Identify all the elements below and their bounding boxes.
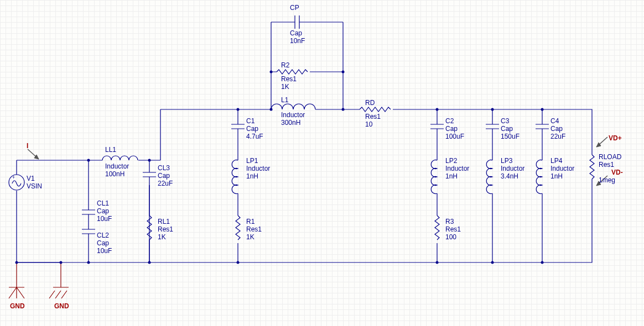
type-C4: Cap: [550, 125, 563, 133]
val-L1: 300nH: [281, 119, 300, 127]
svg-point-5: [148, 261, 151, 264]
val-LP3: 3.4nH: [501, 173, 518, 180]
type-C1: Cap: [246, 125, 258, 133]
val-LP2: 1nH: [445, 173, 458, 180]
val-LP4: 1nH: [550, 173, 563, 180]
net-vdplus: VD+: [609, 135, 622, 142]
capacitor-icon: [231, 116, 245, 138]
ref-RL1: RL1: [158, 218, 170, 225]
net-vdminus: VD-: [611, 169, 623, 176]
type-CL2: Cap: [97, 240, 109, 247]
inductor-icon: [271, 104, 315, 109]
schematic-canvas: +: [0, 0, 644, 326]
svg-point-3: [87, 261, 90, 264]
svg-point-0: [9, 175, 24, 190]
resistor-icon: [435, 215, 439, 240]
val-R3: 100: [445, 234, 456, 241]
net-gnd1: GND: [10, 303, 25, 310]
ref-RD: RD: [365, 99, 375, 107]
val-RLOAD: 1meg: [599, 177, 615, 184]
svg-point-8: [270, 108, 273, 111]
resistor-icon: [360, 107, 391, 112]
type-LP4: Inductor: [550, 165, 574, 172]
svg-text:+: +: [12, 175, 15, 180]
type-RL1: Res1: [158, 226, 173, 233]
ref-CL3: CL3: [158, 165, 170, 172]
type-CL1: Cap: [97, 208, 109, 215]
type-CL3: Cap: [158, 172, 170, 180]
type-R2: Res1: [281, 76, 297, 83]
ref-RLOAD: RLOAD: [599, 154, 621, 161]
ref-R1: R1: [246, 218, 255, 225]
type-R1: Res1: [246, 226, 262, 233]
svg-point-7: [237, 261, 240, 264]
svg-point-15: [491, 261, 494, 264]
type-LP1: Inductor: [246, 165, 270, 172]
val-CP: 10nF: [290, 38, 305, 45]
ref-R3: R3: [445, 218, 454, 225]
svg-point-2: [87, 159, 90, 162]
val-CL3: 22uF: [158, 180, 173, 187]
inductor-icon: [486, 160, 492, 194]
capacitor-icon: [82, 221, 95, 238]
svg-point-14: [491, 108, 494, 111]
schematic-svg: +: [0, 0, 644, 326]
svg-point-18: [60, 261, 63, 264]
capacitor-icon: [430, 116, 444, 138]
resistor-icon: [236, 215, 240, 240]
val-R2: 1K: [281, 83, 289, 91]
val-LL1: 100nH: [105, 171, 124, 178]
val-C1: 4.7uF: [246, 133, 263, 140]
svg-point-11: [342, 71, 345, 73]
ref-C3: C3: [501, 118, 509, 125]
svg-point-12: [436, 108, 439, 111]
type-CP: Cap: [290, 30, 302, 37]
val-C4: 22uF: [550, 133, 565, 140]
val-RD: 10: [365, 121, 372, 128]
ref-LL1: LL1: [105, 146, 116, 154]
val-C3: 150uF: [501, 133, 520, 140]
ref-V1: V1: [27, 175, 35, 182]
type-LP3: Inductor: [501, 165, 524, 172]
capacitor-icon: [288, 15, 307, 29]
inductor-icon: [232, 160, 238, 194]
val-CL1: 10uF: [97, 215, 112, 223]
type-RD: Res1: [365, 113, 381, 120]
resistor-icon: [590, 149, 594, 185]
val-V1: VSIN: [27, 183, 42, 190]
svg-point-13: [436, 261, 439, 264]
val-C2: 100uF: [445, 133, 464, 140]
capacitor-icon: [536, 116, 549, 138]
ref-LP2: LP2: [445, 157, 457, 165]
capacitor-icon: [486, 116, 499, 138]
ref-C2: C2: [445, 118, 454, 125]
ref-LP3: LP3: [501, 157, 512, 165]
probe-i-icon: [28, 149, 39, 159]
svg-point-4: [148, 159, 151, 162]
val-CL2: 10uF: [97, 248, 112, 255]
type-LP2: Inductor: [445, 165, 469, 172]
val-RL1: 1K: [158, 234, 166, 241]
ref-CP: CP: [290, 4, 299, 12]
type-C2: Cap: [445, 125, 458, 133]
type-LL1: Inductor: [105, 163, 129, 170]
ref-LP1: LP1: [246, 157, 258, 165]
inductor-icon: [536, 160, 542, 194]
svg-point-17: [541, 261, 544, 264]
capacitor-icon: [143, 166, 156, 185]
val-LP1: 1nH: [246, 173, 258, 180]
probe-vdplus-icon: [596, 137, 607, 147]
svg-point-19: [15, 261, 18, 264]
ref-CL2: CL2: [97, 232, 109, 239]
net-gnd2: GND: [54, 303, 69, 310]
val-R1: 1K: [246, 234, 255, 241]
net-probe-i: I: [27, 143, 28, 150]
signal-gnd-icon: [17, 262, 69, 298]
svg-point-6: [237, 108, 240, 111]
ref-R2: R2: [281, 62, 289, 69]
ref-C1: C1: [246, 118, 255, 125]
svg-point-10: [342, 108, 345, 111]
type-RLOAD: Res1: [599, 161, 614, 169]
type-R3: Res1: [445, 226, 461, 233]
resistor-icon: [277, 70, 308, 74]
